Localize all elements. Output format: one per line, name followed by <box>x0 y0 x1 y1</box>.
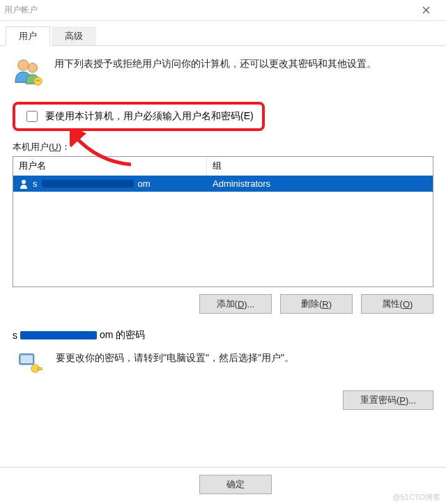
svg-point-0 <box>18 60 29 70</box>
close-icon <box>422 6 430 14</box>
password-section-label: som 的密码 <box>13 329 433 342</box>
svg-rect-3 <box>36 80 40 82</box>
intro-text: 用下列表授予或拒绝用户访问你的计算机，还可以更改其密码和其他设置。 <box>54 56 376 88</box>
svg-point-1 <box>28 63 37 72</box>
tab-strip: 用户 高级 <box>0 21 446 46</box>
intro-row: 用下列表授予或拒绝用户访问你的计算机，还可以更改其密码和其他设置。 <box>13 56 433 88</box>
list-buttons: 添加(D)... 删除(R) 属性(O) <box>13 294 433 314</box>
local-users-label: 本机用户(U)： <box>13 141 433 153</box>
reset-password-button[interactable]: 重置密码(P)... <box>343 390 433 410</box>
row-user-suffix: om <box>138 178 151 189</box>
row-group: Administrators <box>207 176 276 192</box>
redacted-username <box>42 180 134 188</box>
window-title: 用户帐户 <box>4 4 410 16</box>
user-row-icon <box>19 179 29 189</box>
key-icon <box>17 350 43 376</box>
pw-user-suffix: om 的密码 <box>100 329 145 342</box>
titlebar: 用户帐户 <box>0 0 446 21</box>
svg-rect-6 <box>21 356 33 363</box>
properties-button[interactable]: 属性(O) <box>361 294 433 314</box>
row-user-prefix: s <box>33 178 38 189</box>
tab-advanced[interactable]: 高级 <box>52 26 96 45</box>
ok-button[interactable]: 确定 <box>199 475 272 494</box>
col-header-group[interactable]: 组 <box>207 157 433 175</box>
require-login-checkbox[interactable] <box>26 111 38 122</box>
users-icon <box>13 56 45 88</box>
user-list-header: 用户名 组 <box>13 157 433 176</box>
require-login-highlight: 要使用本计算机，用户必须输入用户名和密码(E) <box>13 102 265 131</box>
svg-point-2 <box>34 77 43 86</box>
svg-point-4 <box>22 180 26 184</box>
password-info-row: 要更改你的密码，请转到"电脑设置"，然后选择"用户"。 <box>13 347 433 376</box>
tab-user[interactable]: 用户 <box>6 26 50 46</box>
close-button[interactable] <box>410 0 442 21</box>
dialog-footer: 确定 <box>0 467 446 501</box>
remove-button[interactable]: 删除(R) <box>280 294 353 314</box>
svg-rect-8 <box>38 368 42 370</box>
pw-user-prefix: s <box>13 330 17 341</box>
watermark: @51CTO博客 <box>393 492 440 503</box>
require-login-row[interactable]: 要使用本计算机，用户必须输入用户名和密码(E) <box>24 109 254 124</box>
tab-content: 用下列表授予或拒绝用户访问你的计算机，还可以更改其密码和其他设置。 要使用本计算… <box>0 46 446 410</box>
add-button[interactable]: 添加(D)... <box>199 294 272 314</box>
reset-row: 重置密码(P)... <box>13 390 433 410</box>
password-info-text: 要更改你的密码，请转到"电脑设置"，然后选择"用户"。 <box>56 350 294 365</box>
col-header-user[interactable]: 用户名 <box>13 157 207 175</box>
table-row[interactable]: som Administrators <box>13 176 433 192</box>
user-list[interactable]: 用户名 组 som Administrators <box>13 156 433 287</box>
redacted-pw-user <box>20 331 97 339</box>
require-login-label: 要使用本计算机，用户必须输入用户名和密码(E) <box>45 110 254 123</box>
